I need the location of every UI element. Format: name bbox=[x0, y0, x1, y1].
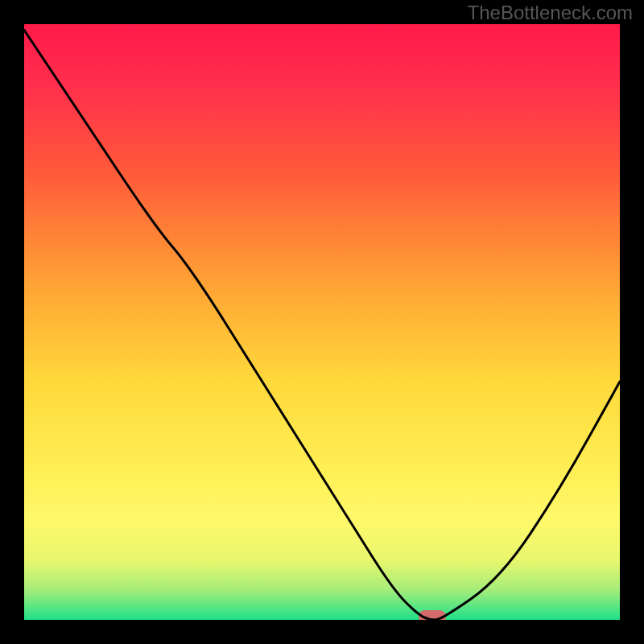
watermark-text: TheBottleneck.com bbox=[468, 2, 633, 24]
curve-line bbox=[24, 24, 620, 620]
plot-area bbox=[24, 24, 620, 620]
chart-container: TheBottleneck.com bbox=[0, 0, 644, 644]
